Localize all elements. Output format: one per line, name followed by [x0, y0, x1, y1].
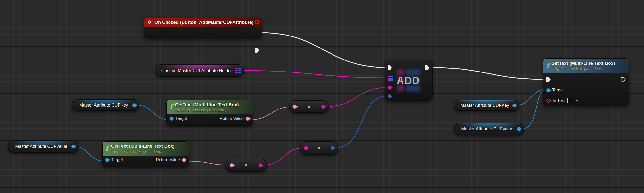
function-icon: f: [170, 104, 172, 110]
event-icon: [148, 20, 152, 25]
variable-node-cufkey-right[interactable]: Master Attribute CUFKey: [454, 100, 520, 111]
wire-value-conv2-to-add[interactable]: [335, 96, 388, 148]
wire-object-keyleft-to-gettext[interactable]: [136, 105, 170, 120]
add-watermark-text: ADD: [397, 74, 420, 86]
wire-string-conv3-to-conv2[interactable]: [263, 148, 304, 165]
function-icon: f: [546, 62, 549, 69]
delegate-pin[interactable]: [255, 20, 259, 24]
node-subtitle: Target is Text Box (Multi-Line): [111, 149, 175, 154]
wire-object-valueleft-to-gettext[interactable]: [74, 146, 104, 161]
variable-node-cufattribute-holder[interactable]: Custom Master CUFAttribute Holder: [155, 64, 244, 77]
event-node-title: On Clicked (Button_AddMasterCUFAttribute…: [154, 20, 253, 25]
target-pin[interactable]: [106, 158, 109, 162]
node-subtitle: Target is Text Box (Multi-Line): [175, 108, 239, 112]
node-title: GetText (Multi-Line Text Box): [111, 143, 175, 149]
string-output-pin[interactable]: [259, 163, 262, 167]
target-pin-label: Target: [111, 157, 123, 162]
exec-out-pin[interactable]: [425, 65, 430, 71]
conversion-dot-icon: [308, 106, 310, 108]
variable-label: Master Attribute CUFKey: [454, 103, 512, 108]
map-pin[interactable]: [235, 68, 241, 73]
wire-object-valueright-to-settext[interactable]: [522, 89, 546, 129]
wire-map-holder-to-add[interactable]: [241, 71, 388, 78]
wire-exec-add-to-settext[interactable]: [431, 68, 547, 79]
node-settext[interactable]: f SetText (Multi-Line Text Box) Target i…: [543, 58, 629, 106]
node-title: SetText (Multi-Line Text Box): [552, 61, 615, 66]
map-input-pin[interactable]: [388, 76, 394, 81]
event-node-header: On Clicked (Button_AddMasterCUFAttribute…: [144, 18, 262, 27]
function-node-header: f SetText (Multi-Line Text Box) Target i…: [544, 59, 628, 73]
string-input-pin[interactable]: [304, 146, 308, 150]
return-value-pin[interactable]: [246, 117, 250, 120]
function-node-header: f GetText (Multi-Line Text Box) Target i…: [167, 100, 252, 114]
exec-out-pin[interactable]: [621, 77, 626, 82]
variable-node-cufvalue-left[interactable]: Master Attribute CUFValue: [8, 140, 78, 153]
in-text-input[interactable]: [568, 98, 573, 103]
in-text-pin[interactable]: [546, 99, 550, 103]
function-node-header: f GetText (Multi-Line Text Box) Target i…: [102, 142, 189, 156]
wire-text-gettextkey-to-conv1[interactable]: [249, 107, 293, 120]
wire-exec-event-to-add[interactable]: [259, 33, 388, 68]
variable-label: Custom Master CUFAttribute Holder: [155, 68, 235, 73]
in-text-pin-label: In Text: [553, 98, 565, 103]
conversion-dot-icon: [318, 147, 320, 149]
return-value-pin[interactable]: [182, 158, 186, 162]
object-output-pin[interactable]: [72, 145, 75, 148]
conversion-dot-icon: [245, 164, 247, 166]
conversion-node-text-to-string-value[interactable]: [225, 159, 267, 172]
target-pin-label: Target: [552, 88, 564, 93]
object-output-pin[interactable]: [512, 104, 516, 107]
function-icon: f: [106, 145, 108, 152]
exec-out-pin[interactable]: [255, 48, 260, 53]
conversion-node-string-to-value[interactable]: [300, 141, 338, 155]
map-add-watermark: ADD: [397, 69, 420, 92]
node-gettext-key[interactable]: f GetText (Multi-Line Text Box) Target i…: [166, 100, 253, 126]
wire-text-gettextvalue-to-conv3[interactable]: [186, 161, 230, 165]
variable-label: Master Attribute CUFValue: [454, 126, 517, 131]
variable-node-cufkey-left[interactable]: Master Attribute CUFKey: [72, 99, 140, 111]
wire-string-conv1-to-add-key[interactable]: [326, 87, 388, 107]
node-gettext-value[interactable]: f GetText (Multi-Line Text Box) Target i…: [102, 141, 189, 167]
in-text-dropdown-icon[interactable]: [576, 100, 578, 101]
value-input-pin[interactable]: [388, 94, 392, 98]
variable-label: Master Attribute CUFValue: [8, 144, 72, 149]
target-pin-label: Target: [176, 116, 187, 121]
node-title: GetText (Multi-Line Text Box): [175, 102, 239, 108]
string-output-pin[interactable]: [321, 105, 325, 108]
return-value-label: Return Value: [220, 116, 244, 121]
text-input-pin[interactable]: [230, 163, 234, 167]
return-value-label: Return Value: [156, 157, 180, 162]
conversion-node-text-to-string-key[interactable]: [289, 100, 328, 113]
variable-label: Master Attribute CUFKey: [72, 103, 132, 108]
target-pin[interactable]: [546, 88, 550, 92]
node-subtitle: Target is Text Box (Multi-Line): [552, 66, 615, 71]
blueprint-graph-canvas[interactable]: On Clicked (Button_AddMasterCUFAttribute…: [0, 0, 644, 193]
exec-in-pin[interactable]: [546, 77, 551, 82]
target-pin[interactable]: [170, 117, 173, 120]
key-input-pin[interactable]: [388, 86, 392, 89]
node-map-add[interactable]: ADD: [385, 60, 432, 101]
text-input-pin[interactable]: [293, 105, 296, 108]
exec-in-pin[interactable]: [387, 65, 392, 71]
variable-node-cufvalue-right[interactable]: Master Attribute CUFValue: [454, 123, 524, 135]
node-event-onclicked[interactable]: On Clicked (Button_AddMasterCUFAttribute…: [144, 18, 262, 39]
object-output-pin[interactable]: [132, 103, 136, 107]
value-output-pin[interactable]: [330, 146, 334, 150]
object-output-pin[interactable]: [517, 127, 521, 131]
